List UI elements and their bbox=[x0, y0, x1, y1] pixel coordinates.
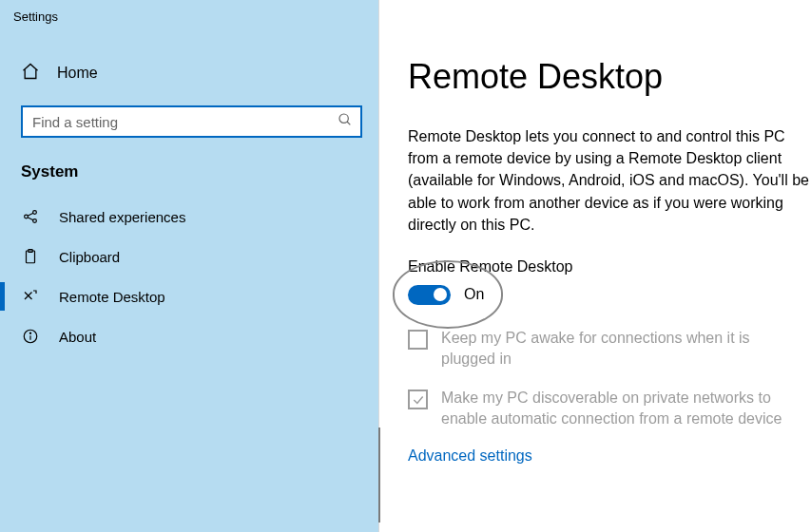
checkbox-unchecked-icon[interactable] bbox=[408, 330, 428, 350]
sidebar-item-remote-desktop[interactable]: Remote Desktop bbox=[0, 276, 379, 316]
remote-desktop-icon bbox=[21, 288, 40, 305]
search-icon bbox=[338, 112, 353, 131]
svg-point-0 bbox=[339, 114, 348, 123]
sidebar-item-label: Shared experiences bbox=[59, 209, 185, 225]
checkbox-checked-icon[interactable] bbox=[408, 390, 428, 409]
svg-line-5 bbox=[28, 213, 33, 216]
option-keep-awake[interactable]: Keep my PC awake for connections when it… bbox=[408, 328, 807, 369]
page-description: Remote Desktop lets you connect to and c… bbox=[408, 125, 811, 236]
sidebar-home-label: Home bbox=[57, 65, 98, 82]
option-keep-awake-label: Keep my PC awake for connections when it… bbox=[441, 328, 807, 369]
clipboard-icon bbox=[21, 248, 40, 265]
search-input[interactable] bbox=[30, 113, 338, 131]
toggle-knob bbox=[434, 288, 447, 301]
option-discoverable[interactable]: Make my PC discoverable on private netwo… bbox=[408, 388, 807, 428]
sidebar-item-about[interactable]: About bbox=[0, 316, 379, 356]
enable-remote-desktop-toggle[interactable] bbox=[408, 285, 451, 305]
search-wrap bbox=[21, 105, 362, 138]
sidebar-home[interactable]: Home bbox=[0, 62, 379, 85]
sidebar-item-label: About bbox=[59, 329, 96, 345]
sidebar-item-label: Remote Desktop bbox=[59, 289, 165, 305]
sidebar: Settings Home System bbox=[0, 0, 379, 532]
share-icon bbox=[21, 208, 40, 225]
sidebar-item-clipboard[interactable]: Clipboard bbox=[0, 237, 379, 276]
enable-remote-desktop-toggle-row: On bbox=[408, 285, 811, 305]
app-title: Settings bbox=[0, 0, 379, 24]
option-discoverable-label: Make my PC discoverable on private netwo… bbox=[441, 388, 807, 428]
svg-line-6 bbox=[28, 218, 33, 220]
toggle-state-label: On bbox=[464, 286, 484, 303]
sidebar-item-shared-experiences[interactable]: Shared experiences bbox=[0, 197, 379, 237]
sidebar-section-title: System bbox=[0, 138, 379, 181]
svg-point-13 bbox=[29, 332, 30, 333]
advanced-settings-link[interactable]: Advanced settings bbox=[408, 447, 811, 465]
search-input-container[interactable] bbox=[21, 105, 362, 138]
sidebar-item-label: Clipboard bbox=[59, 249, 120, 265]
page-title: Remote Desktop bbox=[408, 57, 811, 97]
sidebar-nav: Shared experiences Clipboard Remote Desk… bbox=[0, 197, 379, 356]
enable-remote-desktop-label: Enable Remote Desktop bbox=[408, 258, 811, 276]
svg-line-1 bbox=[347, 122, 350, 124]
main-content: Remote Desktop Remote Desktop lets you c… bbox=[379, 0, 811, 532]
home-icon bbox=[21, 62, 40, 85]
info-icon bbox=[21, 328, 40, 345]
